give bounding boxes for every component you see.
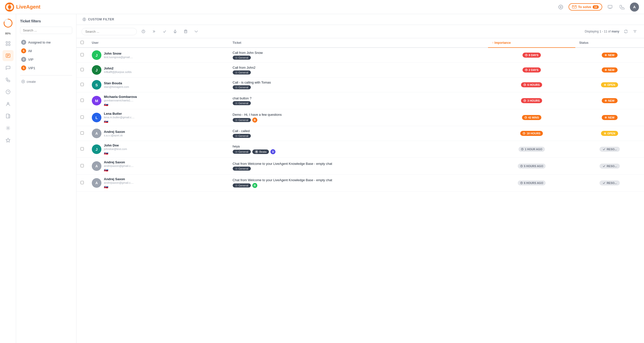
user-email: gombarovamichaela1....	[104, 99, 137, 102]
topnav: LiveAgent To solve 10	[0, 0, 644, 14]
ticket-tag: ▤General	[233, 70, 251, 74]
table-row[interactable]: A Andrej Saxon andrejsaxon@gmail.c.... 🇸…	[76, 175, 644, 192]
ticket-tag-d: D	[270, 149, 275, 154]
chat-icon-btn[interactable]	[3, 62, 14, 73]
user-info: John Snow test.luongova@gmail....	[104, 52, 133, 59]
user-info: Andrej Saxon s.a.x.i@azet.sk	[104, 130, 125, 137]
table-row[interactable]: A Andrej Saxon s.a.x.i@azet.sk Call - ca…	[76, 126, 644, 141]
user-name: John Snow	[104, 52, 133, 55]
clock-icon	[521, 148, 524, 150]
logo-icon	[5, 3, 14, 12]
phone-nav-button[interactable]	[618, 3, 626, 11]
to-solve-button[interactable]: To solve 10	[569, 3, 602, 11]
user-info: Andrej Saxon andrejsaxon@gmail.c.... 🇸🇰	[104, 160, 134, 172]
delete-icon-btn[interactable]	[182, 27, 190, 35]
ticket-tag: ▤General	[233, 85, 251, 89]
row-checkbox[interactable]	[80, 164, 84, 167]
status-dot	[605, 117, 607, 119]
logo[interactable]: LiveAgent	[5, 3, 41, 12]
icon-sidebar: 80%	[0, 14, 16, 343]
row-checkbox[interactable]	[80, 83, 84, 86]
user-cell: L Lena Butler lena.m.butler@gmail.c.... …	[92, 112, 225, 123]
clock-icon	[525, 54, 528, 56]
user-info: Michaela Gombarova gombarovamichaela1...…	[104, 95, 137, 106]
knowledgebase-icon-btn[interactable]	[3, 110, 14, 122]
user-flag: 🇸🇰	[104, 151, 127, 155]
user-flag: 🇸🇰	[104, 185, 134, 189]
ticket-info: Chat from Welcome to your LiveAgent Know…	[233, 162, 384, 171]
row-checkbox[interactable]	[80, 181, 84, 184]
filter-divider	[20, 75, 72, 75]
row-checkbox[interactable]	[80, 147, 84, 150]
user-cell: J John2 mfkaflf@jfioejioe.sofds	[92, 65, 225, 75]
clock-icon	[524, 84, 526, 86]
svg-rect-34	[184, 30, 187, 33]
user-cell: J John Snow test.luongova@gmail....	[92, 50, 225, 60]
chat-nav-button[interactable]	[606, 3, 614, 11]
ticket-info: Call - is calling with Tomas ▤General	[233, 81, 384, 89]
more-icon-btn[interactable]	[192, 27, 200, 35]
create-filter-button[interactable]: create	[20, 79, 72, 85]
filter-item-vip1[interactable]: 5 VIP1	[20, 64, 72, 72]
user-info: John Doe johndoe@test.com 🇸🇰	[104, 143, 127, 155]
table-row[interactable]: L Lena Butler lena.m.butler@gmail.c.... …	[76, 109, 644, 126]
ticket-tag-r: R	[252, 183, 257, 188]
status-badge: RESO...	[599, 147, 620, 152]
user-info: Andrej Saxon andrejsaxon@gmail.c.... 🇸🇰	[104, 177, 134, 189]
ticket-info: Chat from Welcome to your LiveAgent Know…	[233, 178, 384, 188]
row-checkbox[interactable]	[80, 53, 84, 56]
row-checkbox[interactable]	[80, 131, 84, 135]
resolve-icon-btn[interactable]	[160, 27, 169, 35]
user-avatar-button[interactable]: A	[630, 3, 639, 12]
ticket-tags: ▤General	[233, 101, 384, 105]
info-icon-btn[interactable]	[139, 27, 147, 35]
ticket-title: Call from John Snow	[233, 51, 384, 55]
filter-item-all[interactable]: 6 All	[20, 47, 72, 55]
row-checkbox[interactable]	[80, 99, 84, 102]
table-row[interactable]: J John Doe johndoe@test.com 🇸🇰 heya ▤Gen…	[76, 141, 644, 158]
add-button[interactable]	[556, 3, 565, 11]
ticket-search-input[interactable]	[82, 28, 137, 35]
svg-rect-8	[608, 5, 612, 8]
ticket-toolbar: Displaying 1 - 11 of many	[76, 25, 644, 38]
user-cell: M Michaela Gombarova gombarovamichaela1.…	[92, 95, 225, 106]
ticket-tag: ▤General	[233, 134, 251, 138]
row-checkbox[interactable]	[80, 116, 84, 119]
status-badge: OPEN	[601, 82, 618, 87]
filter-icon-btn[interactable]	[631, 27, 639, 35]
table-row[interactable]: A Andrej Saxon andrejsaxon@gmail.c.... 🇸…	[76, 158, 644, 175]
table-row[interactable]: M Michaela Gombarova gombarovamichaela1.…	[76, 92, 644, 109]
dashboard-icon-btn[interactable]	[3, 38, 14, 49]
user-name: Stan Bouda	[104, 81, 129, 85]
table-row[interactable]: J John Snow test.luongova@gmail.... Call…	[76, 48, 644, 63]
table-row[interactable]: S Stan Bouda stan@liveagent.com Call - i…	[76, 78, 644, 92]
filter-item-vip[interactable]: 0 VIP	[20, 55, 72, 64]
assigned-badge: 0	[21, 40, 26, 45]
ticket-tag: ▤General	[233, 167, 251, 171]
filter-item-assigned[interactable]: 0 Assigned to me	[20, 38, 72, 47]
user-email: stan@liveagent.com	[104, 85, 129, 88]
clock-icon	[525, 116, 527, 119]
user-name: Andrej Saxon	[104, 160, 134, 164]
ticket-title: Call - is calling with Tomas	[233, 81, 384, 84]
tickets-icon-btn[interactable]	[3, 50, 14, 61]
clock-icon	[525, 69, 528, 71]
select-all-checkbox[interactable]	[80, 41, 84, 44]
fire-icon-btn[interactable]	[171, 27, 179, 35]
clock-icon	[523, 132, 525, 135]
refresh-icon-btn[interactable]	[622, 27, 630, 35]
calls-icon-btn[interactable]	[3, 74, 14, 85]
user-name: John2	[104, 66, 132, 70]
ticket-tags: ▤General	[233, 167, 384, 171]
contacts-icon-btn[interactable]	[3, 98, 14, 109]
vip1-badge: 5	[21, 65, 26, 70]
table-row[interactable]: J John2 mfkaflf@jfioejioe.sofds Call fro…	[76, 63, 644, 78]
forward-icon-btn[interactable]	[150, 27, 158, 35]
row-checkbox[interactable]	[80, 68, 84, 71]
create-label: create	[27, 80, 36, 84]
settings-icon-btn[interactable]	[3, 123, 14, 134]
starred-icon-btn[interactable]	[3, 135, 14, 146]
reports-icon-btn[interactable]	[3, 86, 14, 97]
filter-search-input[interactable]	[20, 27, 72, 34]
user-avatar: M	[92, 96, 101, 105]
